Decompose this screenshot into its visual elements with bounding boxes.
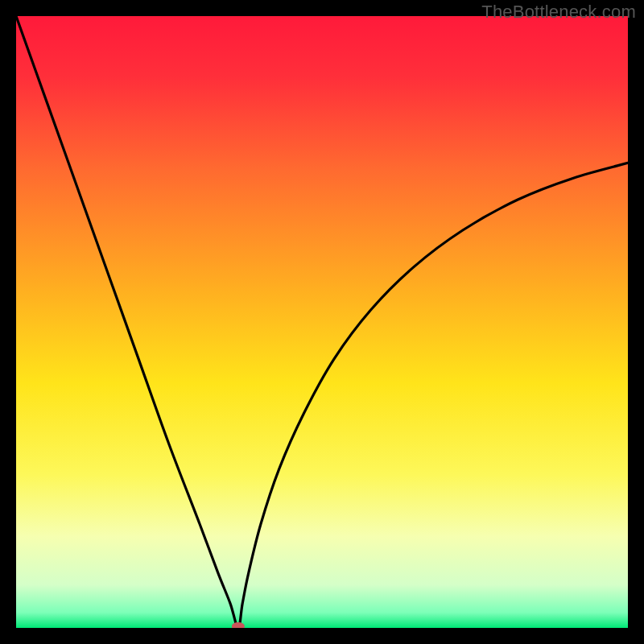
bottleneck-chart [16,16,628,628]
watermark: TheBottleneck.com [481,2,636,23]
chart-area [16,16,628,628]
gradient-background [16,16,628,628]
